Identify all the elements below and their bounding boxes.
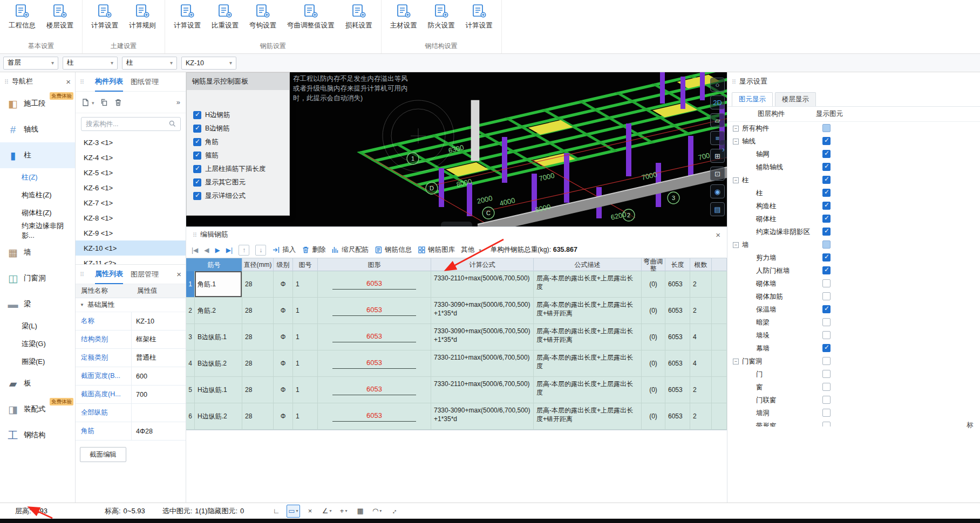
tab-element-display[interactable]: 图元显示 [732, 92, 773, 106]
cell-count[interactable]: 2 [690, 271, 712, 297]
rebar-library-button[interactable]: 钢筋图库 [418, 245, 455, 254]
project-info-icon[interactable]: 工程信息 [8, 2, 37, 31]
layer-visibility-checkbox[interactable] [822, 124, 831, 132]
layer-visibility-checkbox[interactable] [822, 176, 831, 184]
orbit-icon[interactable]: ○ [710, 78, 725, 92]
component-list-item[interactable]: KZ-5 <1> [76, 165, 186, 180]
cell-bar-name[interactable]: 角筋.2 [195, 298, 242, 324]
property-value[interactable]: 框架柱 [132, 331, 186, 348]
checkbox[interactable] [193, 178, 201, 187]
context-dropdown[interactable]: KZ-10 [181, 57, 236, 70]
rebar-row[interactable]: 4 B边纵筋.2 28 Φ 1 6053 7330-2110+max(5000/… [186, 350, 727, 377]
drag-handle-icon[interactable] [193, 231, 200, 239]
tab-layer-management[interactable]: 图层管理 [131, 265, 159, 284]
cell-formula[interactable]: 7330-3090+max(5000/6,700,500)+1*35*d [431, 403, 534, 429]
edit-section-button[interactable]: 截面编辑 [80, 447, 126, 462]
cell-count[interactable]: 2 [690, 377, 712, 403]
rebar-row[interactable]: 6 H边纵筋.2 28 Φ 1 6053 7330-3090+max(5000/… [186, 403, 727, 430]
property-value[interactable]: KZ-10 [132, 312, 186, 330]
copy-component-button[interactable] [100, 98, 108, 107]
nav-item[interactable]: ◨ 装配式 免费体验 [0, 396, 75, 422]
expand-toolbar-button[interactable]: » [176, 98, 180, 106]
cell-bend-adjust[interactable]: (0) [642, 403, 665, 429]
layer-visibility-checkbox[interactable] [822, 137, 831, 145]
cell-formula[interactable]: 7330-2110+max(5000/6,700,500) [431, 377, 534, 403]
close-icon[interactable] [176, 270, 181, 279]
cell-count[interactable]: 2 [690, 298, 712, 324]
arc-tool-icon[interactable]: ◠ [371, 505, 384, 518]
layer-visibility-checkbox[interactable] [822, 409, 831, 417]
layer-visibility-checkbox[interactable] [822, 279, 831, 287]
layer-visibility-checkbox[interactable] [822, 383, 831, 391]
annotation-icon[interactable]: ▤ [710, 202, 725, 216]
cell-shape[interactable]: 6053 [318, 271, 431, 297]
cell-bend-adjust[interactable]: (0) [642, 377, 665, 403]
tree-expander-icon[interactable] [733, 139, 739, 144]
cell-figure-no[interactable]: 1 [293, 271, 318, 297]
close-icon[interactable] [66, 77, 71, 86]
component-list-item[interactable]: KZ-8 <1> [76, 210, 186, 225]
cell-diameter[interactable]: 28 [242, 403, 274, 429]
cell-shape[interactable]: 6053 [318, 324, 431, 350]
rebar-display-option[interactable]: 显示详细公式 [193, 189, 289, 203]
rebar-display-option[interactable]: 显示其它图元 [193, 176, 289, 189]
checkbox[interactable] [193, 111, 201, 119]
component-list-item[interactable]: KZ-10 <1> [76, 240, 186, 256]
nav-item[interactable]: # 轴线 [0, 116, 75, 142]
nav-item[interactable]: ▬ 梁 [0, 291, 75, 317]
cell-shape[interactable]: 6053 [318, 377, 431, 403]
layer-visibility-checkbox[interactable] [822, 253, 831, 262]
cell-figure-no[interactable]: 1 [293, 324, 318, 350]
fireproof-settings-icon[interactable]: 防火设置 [427, 2, 456, 31]
cell-bar-name[interactable]: H边纵筋.2 [195, 403, 242, 429]
next-record-button[interactable] [215, 246, 220, 254]
checkbox[interactable] [193, 192, 201, 200]
calc-rules-icon[interactable]: 计算规则 [128, 2, 157, 31]
drag-handle-icon[interactable] [4, 78, 12, 86]
delete-component-button[interactable] [114, 98, 122, 107]
nav-item[interactable]: ▦ 墙 [0, 239, 75, 265]
tab-property-list[interactable]: 属性列表 [95, 265, 123, 284]
sheet-icon[interactable]: ▱ [710, 113, 725, 127]
scale-rebar-button[interactable]: 缩尺配筋 [331, 245, 369, 254]
cell-shape[interactable]: 6053 [318, 298, 431, 324]
component-list-item[interactable]: KZ-7 <1> [76, 195, 186, 210]
cell-formula[interactable]: 7330-2110+max(5000/6,700,500) [431, 350, 534, 376]
cell-diameter[interactable]: 28 [242, 298, 274, 324]
cell-bend-adjust[interactable]: (0) [642, 298, 665, 324]
rebar-row[interactable]: 1 角筋.1 28 Φ 1 6053 7330-2110+max(5000/6,… [186, 271, 727, 298]
tree-expander-icon[interactable] [733, 126, 739, 132]
bend-adjust-settings-icon[interactable]: 弯曲调整值设置 [286, 2, 336, 31]
tree-expander-icon[interactable] [733, 359, 739, 364]
cell-bend-adjust[interactable]: (0) [642, 350, 665, 376]
tab-floor-display[interactable]: 楼层显示 [775, 92, 816, 106]
nav-item[interactable]: 梁(L) [0, 317, 75, 335]
cell-shape[interactable]: 6053 [318, 403, 431, 429]
property-value[interactable]: 700 [132, 386, 186, 403]
cell-formula-desc[interactable]: 层高-本层的露出长度+上层露出长度 [534, 377, 642, 403]
checkbox[interactable] [193, 152, 201, 160]
main-material-settings-icon[interactable]: 主材设置 [389, 2, 418, 31]
cell-formula-desc[interactable]: 层高-本层的露出长度+上层露出长度 [534, 271, 642, 297]
cell-length[interactable]: 6053 [665, 298, 690, 324]
layer-visibility-checkbox[interactable] [822, 370, 831, 378]
property-value[interactable]: 普通柱 [132, 349, 186, 367]
context-dropdown[interactable]: 柱 [122, 57, 177, 70]
rebar-row[interactable]: 3 B边纵筋.1 28 Φ 1 6053 7330-3090+max(5000/… [186, 324, 727, 350]
cell-grade[interactable]: Φ [274, 271, 293, 297]
cell-formula-desc[interactable]: 层高-本层的露出长度+上层露出长度+错开距离 [534, 298, 642, 324]
cell-length[interactable]: 6053 [665, 350, 690, 376]
rebar-row[interactable]: 5 H边纵筋.1 28 Φ 1 6053 7330-2110+max(5000/… [186, 377, 727, 403]
layer-visibility-checkbox[interactable] [822, 215, 831, 223]
magnify-box-icon[interactable]: ⊡ [710, 167, 725, 181]
cell-formula[interactable]: 7330-3090+max(5000/6,700,500)+1*35*d [431, 298, 534, 324]
viewport-collapse-handle[interactable] [441, 222, 472, 226]
cell-bar-name[interactable]: 角筋.1 [195, 271, 242, 297]
nav-item[interactable]: ▮ 柱 [0, 142, 75, 168]
tab-drawing-management[interactable]: 图纸管理 [131, 72, 159, 92]
hook-settings-icon[interactable]: 弯钩设置 [248, 2, 277, 31]
cell-figure-no[interactable]: 1 [293, 298, 318, 324]
insert-row-button[interactable]: 插入 [272, 245, 296, 254]
display-style-icon[interactable]: ◉ [710, 184, 725, 198]
tree-expander-icon[interactable] [733, 177, 739, 183]
